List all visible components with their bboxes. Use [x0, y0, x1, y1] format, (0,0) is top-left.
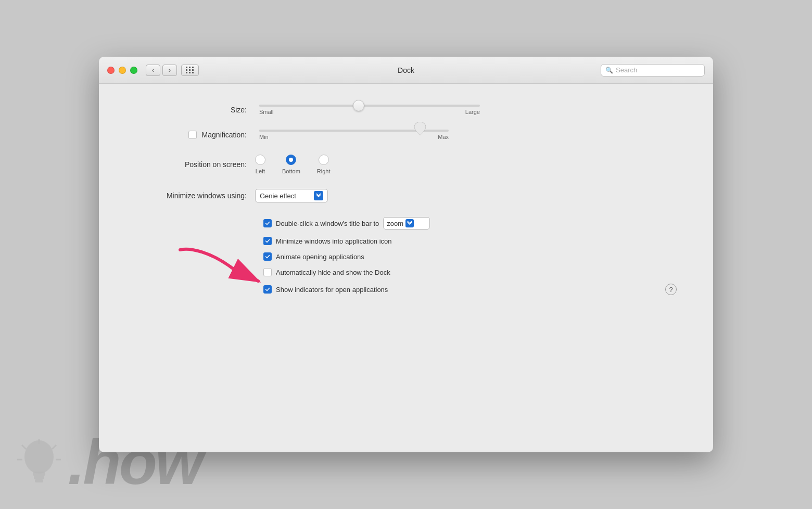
size-row: Size: Small Large — [130, 105, 682, 115]
minimize-into-icon-label: Minimize windows into application icon — [276, 237, 392, 245]
double-click-checkbox[interactable] — [263, 219, 272, 227]
autohide-checkbox[interactable] — [263, 268, 272, 276]
minimize-dropdown-arrow — [314, 191, 323, 200]
position-row: Position on screen: Left Bottom Right — [130, 155, 682, 174]
size-slider-labels: Small Large — [255, 109, 484, 115]
magnification-checkbox[interactable] — [188, 131, 197, 139]
search-placeholder: Search — [616, 66, 637, 74]
position-right-option[interactable]: Right — [317, 155, 331, 174]
content-area: Size: Small Large Magnification: — [99, 84, 713, 452]
size-small-label: Small — [259, 109, 274, 115]
magnification-min-label: Min — [259, 134, 269, 140]
position-label: Position on screen: — [130, 160, 255, 169]
size-large-label: Large — [465, 109, 480, 115]
autohide-row: Automatically hide and show the Dock — [263, 268, 682, 276]
double-click-dropdown[interactable]: zoom — [383, 217, 430, 230]
help-icon: ? — [669, 286, 673, 294]
magnification-label-text: Magnification: — [202, 131, 247, 139]
animate-label: Animate opening applications — [276, 253, 364, 261]
minimize-row: Minimize windows using: Genie effect — [130, 189, 682, 202]
minimize-dropdown-label: Genie effect — [260, 192, 311, 200]
show-indicators-checkbox[interactable] — [263, 285, 272, 294]
checkmark-icon-4 — [265, 287, 270, 292]
show-indicators-label: Show indicators for open applications — [276, 286, 388, 294]
svg-rect-2 — [34, 476, 44, 479]
show-indicators-row: Show indicators for open applications ? — [263, 284, 682, 295]
chevron-down-icon-2 — [407, 221, 412, 226]
minimize-into-icon-checkbox[interactable] — [263, 237, 272, 245]
magnification-row: Magnification: Min Max — [130, 130, 682, 140]
pink-arrow-annotation — [170, 242, 274, 294]
size-slider-container: Small Large — [255, 105, 484, 115]
back-button[interactable]: ‹ — [146, 65, 160, 76]
search-icon: 🔍 — [605, 67, 613, 74]
traffic-lights — [107, 67, 137, 74]
double-click-dropdown-arrow — [405, 219, 414, 227]
position-bottom-radio[interactable] — [286, 155, 296, 165]
minimize-button[interactable] — [119, 67, 126, 74]
grid-button[interactable] — [181, 65, 199, 76]
close-button[interactable] — [107, 67, 115, 74]
position-left-label: Left — [256, 168, 265, 174]
svg-point-0 — [24, 440, 54, 474]
minimize-label: Minimize windows using: — [130, 192, 255, 200]
double-click-label: Double-click a window's title bar to — [276, 220, 379, 227]
window-title: Dock — [398, 66, 414, 74]
magnification-slider-container: Min Max — [255, 130, 453, 140]
double-click-action-label: zoom — [387, 220, 403, 227]
position-bottom-option[interactable]: Bottom — [282, 155, 300, 174]
forward-icon: › — [169, 66, 171, 74]
checkmark-icon-2 — [265, 238, 270, 244]
checkboxes-section: Double-click a window's title bar to zoo… — [263, 217, 682, 295]
position-left-radio[interactable] — [255, 155, 265, 165]
svg-rect-1 — [33, 472, 45, 476]
grid-icon — [186, 67, 194, 73]
autohide-label: Automatically hide and show the Dock — [276, 269, 390, 276]
animate-row: Animate opening applications — [263, 252, 682, 261]
checkmark-icon — [265, 221, 270, 226]
animate-checkbox[interactable] — [263, 252, 272, 261]
magnification-max-label: Max — [438, 134, 449, 140]
size-label: Size: — [130, 106, 255, 114]
nav-buttons: ‹ › — [146, 65, 177, 76]
back-icon: ‹ — [152, 66, 154, 74]
minimize-dropdown[interactable]: Genie effect — [255, 189, 328, 202]
magnification-slider-track[interactable] — [259, 130, 449, 132]
position-right-label: Right — [317, 168, 331, 174]
position-left-option[interactable]: Left — [255, 155, 265, 174]
magnification-label: Magnification: — [130, 131, 255, 139]
search-box[interactable]: 🔍 Search — [601, 64, 705, 77]
titlebar: ‹ › Dock 🔍 Search — [99, 57, 713, 84]
bulb-icon — [16, 436, 62, 493]
svg-line-6 — [52, 445, 56, 449]
checkmark-icon-3 — [265, 254, 270, 259]
maximize-button[interactable] — [130, 67, 137, 74]
help-button[interactable]: ? — [665, 284, 677, 295]
double-click-row: Double-click a window's title bar to zoo… — [263, 217, 682, 230]
svg-rect-3 — [35, 479, 43, 482]
position-bottom-label: Bottom — [282, 168, 300, 174]
position-right-radio[interactable] — [319, 155, 329, 165]
svg-line-5 — [22, 445, 26, 449]
magnification-slider-thumb[interactable] — [414, 122, 426, 135]
chevron-down-icon — [316, 193, 321, 198]
main-window: ‹ › Dock 🔍 Search Size: — [99, 57, 713, 452]
minimize-into-icon-row: Minimize windows into application icon — [263, 237, 682, 245]
size-slider-thumb[interactable] — [353, 100, 364, 111]
position-radio-group: Left Bottom Right — [255, 155, 331, 174]
size-slider-track[interactable] — [259, 105, 480, 107]
forward-button[interactable]: › — [162, 65, 177, 76]
